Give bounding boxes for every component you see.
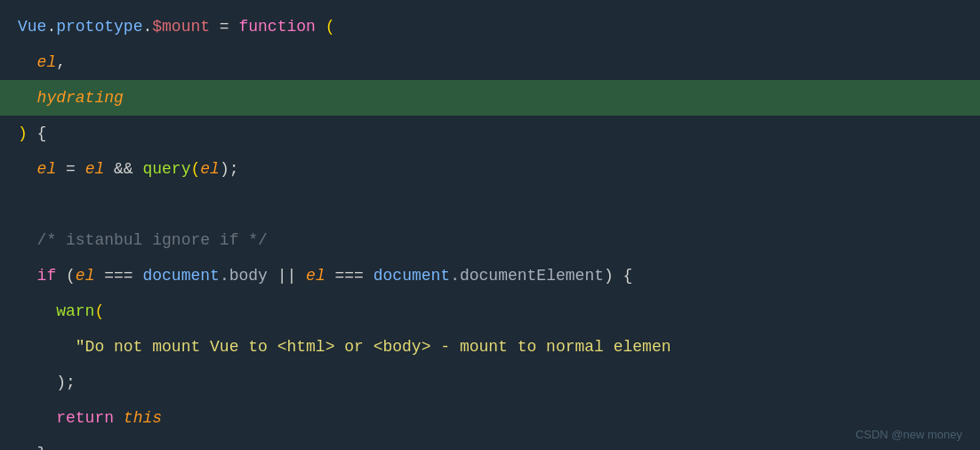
code-line-1: Vue.prototype.$mount = function (	[0, 9, 980, 44]
code-line-7: /* istanbul ignore if */	[0, 222, 980, 258]
code-line-4: ) {	[0, 116, 980, 151]
code-line-12: return this	[0, 400, 980, 436]
code-line-11: );	[0, 365, 980, 400]
code-line-5: el = el && query(el);	[0, 151, 980, 187]
code-line-6	[0, 187, 980, 222]
code-line-9: warn(	[0, 293, 980, 329]
code-line-3: hydrating	[0, 80, 980, 116]
watermark: CSDN @new money	[855, 428, 962, 441]
code-line-10: "Do not mount Vue to <html> or <body> - …	[0, 329, 980, 365]
code-line-8: if (el === document.body || el === docum…	[0, 258, 980, 293]
code-line-13: }	[0, 436, 980, 450]
code-block: Vue.prototype.$mount = function ( el, hy…	[0, 0, 980, 450]
code-line-2: el,	[0, 44, 980, 80]
